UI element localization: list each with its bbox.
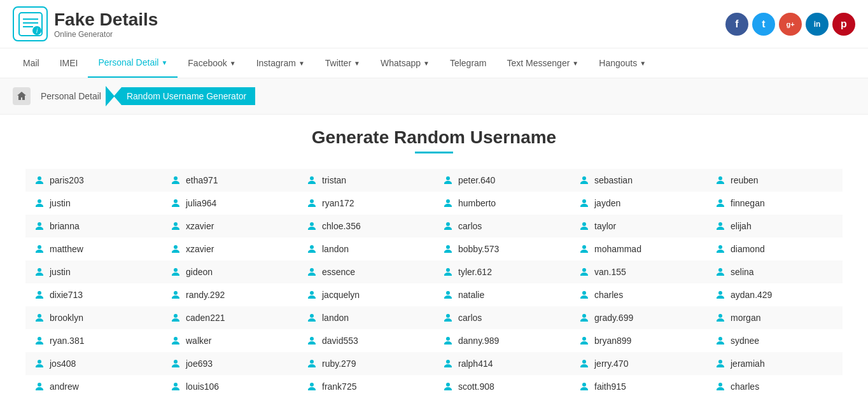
- username-cell[interactable]: dixie713: [25, 283, 162, 306]
- googleplus-icon[interactable]: g+: [779, 13, 802, 36]
- username-cell[interactable]: carlos: [434, 215, 570, 238]
- username-cell[interactable]: faith915: [570, 375, 706, 398]
- nav-arrow: ▼: [640, 60, 646, 67]
- username-cell[interactable]: mohammad: [570, 238, 706, 260]
- username-cell[interactable]: xzavier: [162, 238, 298, 260]
- username-label: brooklyn: [50, 313, 83, 323]
- user-icon: [443, 336, 453, 346]
- breadcrumb-personal-detail-link[interactable]: Personal Detail: [36, 89, 106, 104]
- logo-title: Fake Details: [54, 10, 158, 30]
- username-cell[interactable]: jerry.470: [570, 352, 706, 375]
- username-cell[interactable]: paris203: [25, 169, 162, 192]
- username-cell[interactable]: jayden: [570, 192, 706, 215]
- username-cell[interactable]: landon: [298, 306, 434, 329]
- username-cell[interactable]: charles: [570, 283, 706, 306]
- username-cell[interactable]: brianna: [25, 215, 162, 238]
- nav-text-messenger[interactable]: Text Messenger ▼: [497, 48, 589, 78]
- username-cell[interactable]: jacquelyn: [298, 283, 434, 306]
- user-icon: [715, 336, 725, 346]
- nav-hangouts[interactable]: Hangouts ▼: [589, 48, 656, 78]
- username-cell[interactable]: andrew: [25, 375, 162, 398]
- user-icon: [579, 267, 589, 277]
- username-cell[interactable]: justin: [25, 192, 162, 215]
- username-cell[interactable]: finnegan: [706, 192, 843, 215]
- username-cell[interactable]: natalie: [434, 283, 570, 306]
- username-cell[interactable]: humberto: [434, 192, 570, 215]
- username-cell[interactable]: charles: [706, 375, 843, 398]
- nav-whatsapp[interactable]: Whatsapp ▼: [370, 48, 440, 78]
- username-cell[interactable]: walker: [162, 329, 298, 352]
- nav-facebook[interactable]: Facebook ▼: [178, 48, 246, 78]
- username-cell[interactable]: bobby.573: [434, 238, 570, 260]
- username-cell[interactable]: ryan172: [298, 192, 434, 215]
- user-icon: [307, 267, 317, 277]
- username-cell[interactable]: ruby.279: [298, 352, 434, 375]
- username-cell[interactable]: selina: [706, 260, 843, 283]
- username-cell[interactable]: julia964: [162, 192, 298, 215]
- username-cell[interactable]: chloe.356: [298, 215, 434, 238]
- username-cell[interactable]: gideon: [162, 260, 298, 283]
- linkedin-icon[interactable]: in: [806, 13, 829, 36]
- user-icon: [307, 313, 317, 323]
- facebook-icon[interactable]: f: [725, 13, 748, 36]
- user-icon: [171, 381, 181, 392]
- username-cell[interactable]: joe693: [162, 352, 298, 375]
- username-cell[interactable]: diamond: [706, 238, 843, 260]
- username-cell[interactable]: carlos: [434, 306, 570, 329]
- username-cell[interactable]: danny.989: [434, 329, 570, 352]
- user-icon: [307, 221, 317, 231]
- username-cell[interactable]: landon: [298, 238, 434, 260]
- username-cell[interactable]: ralph414: [434, 352, 570, 375]
- user-icon: [34, 290, 45, 300]
- username-cell[interactable]: elijah: [706, 215, 843, 238]
- username-label: reuben: [731, 175, 759, 185]
- username-cell[interactable]: taylor: [570, 215, 706, 238]
- username-cell[interactable]: jos408: [25, 352, 162, 375]
- username-cell[interactable]: louis106: [162, 375, 298, 398]
- nav-telegram[interactable]: Telegram: [440, 48, 497, 78]
- user-icon: [715, 359, 725, 369]
- nav-mail[interactable]: Mail: [13, 48, 50, 78]
- username-cell[interactable]: bryan899: [570, 329, 706, 352]
- user-icon: [443, 221, 453, 231]
- username-cell[interactable]: scott.908: [434, 375, 570, 398]
- username-cell[interactable]: matthew: [25, 238, 162, 260]
- nav-twitter[interactable]: Twitter ▼: [315, 48, 370, 78]
- user-icon: [34, 267, 45, 277]
- nav-imei[interactable]: IMEI: [50, 48, 88, 78]
- nav-instagram[interactable]: Instagram ▼: [246, 48, 315, 78]
- pinterest-icon[interactable]: p: [832, 13, 855, 36]
- username-cell[interactable]: van.155: [570, 260, 706, 283]
- username-cell[interactable]: brooklyn: [25, 306, 162, 329]
- username-cell[interactable]: david553: [298, 329, 434, 352]
- username-cell[interactable]: peter.640: [434, 169, 570, 192]
- username-cell[interactable]: morgan: [706, 306, 843, 329]
- user-icon: [171, 290, 181, 300]
- user-icon: [443, 381, 453, 392]
- username-cell[interactable]: aydan.429: [706, 283, 843, 306]
- username-cell[interactable]: xzavier: [162, 215, 298, 238]
- nav-personal-detail[interactable]: Personal Detail ▼: [88, 48, 178, 78]
- username-label: david553: [322, 336, 358, 346]
- user-icon: [307, 244, 317, 254]
- username-cell[interactable]: randy.292: [162, 283, 298, 306]
- username-cell[interactable]: sebastian: [570, 169, 706, 192]
- user-icon: [715, 267, 725, 277]
- user-icon: [171, 313, 181, 323]
- username-cell[interactable]: justin: [25, 260, 162, 283]
- username-cell[interactable]: ryan.381: [25, 329, 162, 352]
- username-cell[interactable]: tyler.612: [434, 260, 570, 283]
- username-cell[interactable]: tristan: [298, 169, 434, 192]
- username-cell[interactable]: reuben: [706, 169, 843, 192]
- home-icon[interactable]: [13, 87, 31, 105]
- user-icon: [307, 290, 317, 300]
- username-cell[interactable]: jeramiah: [706, 352, 843, 375]
- username-cell[interactable]: essence: [298, 260, 434, 283]
- username-cell[interactable]: sydnee: [706, 329, 843, 352]
- username-label: peter.640: [458, 175, 495, 185]
- username-cell[interactable]: frank725: [298, 375, 434, 398]
- twitter-icon[interactable]: t: [752, 13, 775, 36]
- username-cell[interactable]: grady.699: [570, 306, 706, 329]
- username-cell[interactable]: caden221: [162, 306, 298, 329]
- username-cell[interactable]: etha971: [162, 169, 298, 192]
